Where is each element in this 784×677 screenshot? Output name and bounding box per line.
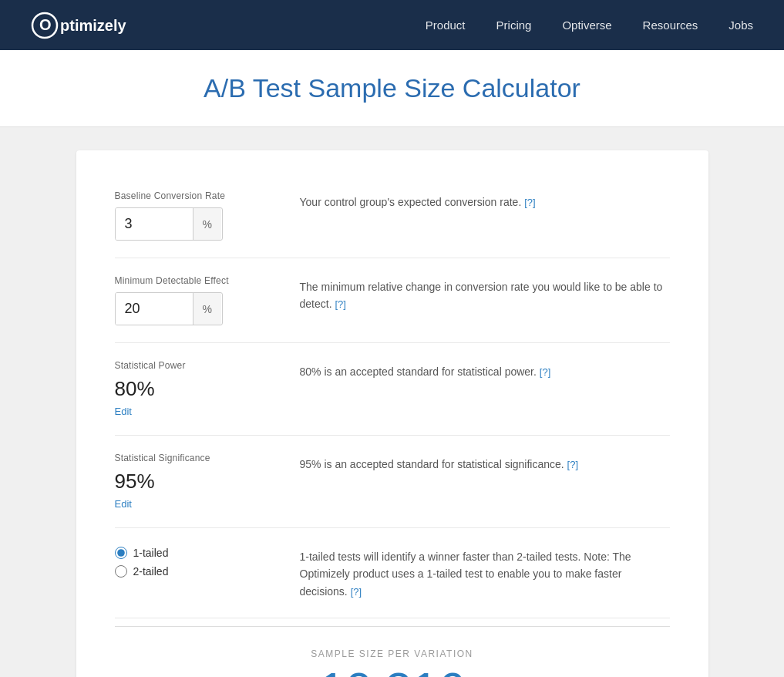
radio-1tailed-input[interactable] xyxy=(115,547,127,559)
power-left: Statistical Power 80% Edit xyxy=(115,360,269,418)
optimizely-logo: O ptimizely xyxy=(31,12,154,39)
result-section: SAMPLE SIZE PER VARIATION 10,316 xyxy=(115,626,670,677)
power-help-link[interactable]: [?] xyxy=(540,366,550,378)
main-content: Baseline Conversion Rate % Your control … xyxy=(0,127,784,677)
tail-help-link[interactable]: [?] xyxy=(351,586,362,598)
nav-jobs[interactable]: Jobs xyxy=(728,19,753,32)
mde-input[interactable] xyxy=(116,293,193,325)
baseline-input[interactable] xyxy=(116,208,193,240)
power-description: 80% is an accepted standard for statisti… xyxy=(300,360,670,381)
logo[interactable]: O ptimizely xyxy=(31,12,154,39)
header: O ptimizely Product Pricing Optiverse Re… xyxy=(0,0,784,50)
mde-description: The minimum relative change in conversio… xyxy=(300,275,670,313)
significance-value: 95% xyxy=(115,470,269,493)
power-edit-link[interactable]: Edit xyxy=(115,406,132,417)
result-value: 10,316 xyxy=(115,665,670,677)
significance-label: Statistical Significance xyxy=(115,453,269,463)
result-label: SAMPLE SIZE PER VARIATION xyxy=(115,648,670,659)
svg-text:ptimizely: ptimizely xyxy=(60,17,126,34)
tail-radio-group: 1-tailed 2-tailed xyxy=(115,545,269,578)
power-label: Statistical Power xyxy=(115,360,269,371)
power-row: Statistical Power 80% Edit 80% is an acc… xyxy=(115,343,670,436)
mde-unit: % xyxy=(193,293,221,325)
baseline-row: Baseline Conversion Rate % Your control … xyxy=(115,173,670,258)
significance-row: Statistical Significance 95% Edit 95% is… xyxy=(115,436,670,528)
tail-left: 1-tailed 2-tailed xyxy=(115,545,269,578)
baseline-label: Baseline Conversion Rate xyxy=(115,190,269,201)
nav-pricing[interactable]: Pricing xyxy=(496,19,532,32)
radio-2tailed[interactable]: 2-tailed xyxy=(115,565,269,578)
nav-resources[interactable]: Resources xyxy=(643,19,698,32)
baseline-help-link[interactable]: [?] xyxy=(524,197,535,208)
main-nav: Product Pricing Optiverse Resources Jobs xyxy=(426,19,753,32)
mde-help-link[interactable]: [?] xyxy=(335,298,345,310)
baseline-unit: % xyxy=(193,208,221,240)
power-value: 80% xyxy=(115,377,269,401)
baseline-description: Your control group's expected conversion… xyxy=(300,190,670,211)
radio-2tailed-input[interactable] xyxy=(115,565,127,578)
significance-left: Statistical Significance 95% Edit xyxy=(115,453,269,510)
baseline-left: Baseline Conversion Rate % xyxy=(115,190,269,241)
calculator-card: Baseline Conversion Rate % Your control … xyxy=(76,150,708,677)
mde-label: Minimum Detectable Effect xyxy=(115,275,269,286)
nav-optiverse[interactable]: Optiverse xyxy=(562,19,611,32)
page-title-section: A/B Test Sample Size Calculator xyxy=(0,50,784,127)
mde-row: Minimum Detectable Effect % The minimum … xyxy=(115,258,670,343)
significance-help-link[interactable]: [?] xyxy=(567,459,578,470)
tail-description: 1-tailed tests will identify a winner fa… xyxy=(300,545,670,601)
tail-row: 1-tailed 2-tailed 1-tailed tests will id… xyxy=(115,528,670,618)
radio-1tailed[interactable]: 1-tailed xyxy=(115,547,269,559)
mde-input-wrap: % xyxy=(115,292,223,325)
svg-text:O: O xyxy=(39,16,52,33)
significance-description: 95% is an accepted standard for statisti… xyxy=(300,453,670,473)
significance-edit-link[interactable]: Edit xyxy=(115,498,132,510)
nav-product[interactable]: Product xyxy=(426,19,466,32)
baseline-input-wrap: % xyxy=(115,207,223,241)
mde-left: Minimum Detectable Effect % xyxy=(115,275,269,325)
page-title: A/B Test Sample Size Calculator xyxy=(15,73,769,103)
